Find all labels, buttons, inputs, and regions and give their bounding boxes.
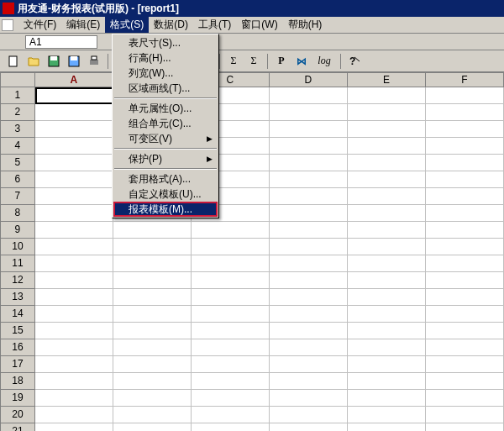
cell[interactable]: [113, 407, 192, 423]
menu-tools[interactable]: 工具(T): [193, 17, 236, 33]
cell[interactable]: [348, 255, 426, 272]
cell[interactable]: [192, 390, 270, 407]
cell[interactable]: [192, 356, 270, 373]
cell[interactable]: [270, 205, 348, 222]
cell[interactable]: [192, 239, 270, 255]
cell[interactable]: [192, 323, 270, 339]
cell[interactable]: [113, 222, 192, 239]
save-button[interactable]: [45, 53, 62, 70]
cell[interactable]: [192, 255, 270, 272]
cell[interactable]: [35, 222, 113, 239]
cell[interactable]: [426, 323, 504, 339]
cell[interactable]: [113, 323, 192, 339]
row-header[interactable]: 19: [0, 390, 35, 407]
cell[interactable]: [270, 390, 348, 407]
row-header[interactable]: 2: [0, 104, 35, 121]
row-header[interactable]: 18: [0, 373, 35, 390]
join-button[interactable]: ⋈: [293, 53, 310, 70]
menu-item[interactable]: 列宽(W)...: [113, 66, 218, 81]
cell[interactable]: [113, 356, 192, 373]
cell[interactable]: [348, 289, 426, 306]
cell[interactable]: [35, 323, 113, 339]
cell[interactable]: [35, 272, 113, 289]
row-header[interactable]: 10: [0, 239, 35, 255]
cell[interactable]: [35, 104, 113, 121]
cell[interactable]: [35, 205, 113, 222]
cell[interactable]: [348, 222, 426, 239]
cell[interactable]: [426, 255, 504, 272]
column-header[interactable]: A: [35, 72, 113, 87]
cell[interactable]: [35, 155, 113, 171]
cell[interactable]: [113, 306, 192, 323]
cell[interactable]: [192, 339, 270, 356]
cell[interactable]: [348, 188, 426, 205]
menu-data[interactable]: 数据(D): [149, 17, 193, 33]
cell[interactable]: [270, 155, 348, 171]
row-header[interactable]: 16: [0, 339, 35, 356]
column-header[interactable]: E: [348, 72, 426, 87]
cell[interactable]: [113, 289, 192, 306]
cell[interactable]: [348, 104, 426, 121]
cell[interactable]: [426, 155, 504, 171]
cell[interactable]: [35, 171, 113, 188]
menu-file[interactable]: 文件(F): [18, 17, 61, 33]
cell[interactable]: [270, 104, 348, 121]
cell[interactable]: [192, 222, 270, 239]
row-header[interactable]: 5: [0, 155, 35, 171]
row-header[interactable]: 12: [0, 272, 35, 289]
row-header[interactable]: 9: [0, 222, 35, 239]
saveas-button[interactable]: [66, 53, 82, 70]
cell[interactable]: [426, 423, 504, 431]
cell[interactable]: [348, 373, 426, 390]
cell[interactable]: [348, 323, 426, 339]
menu-item[interactable]: 保护(P)▶: [113, 151, 218, 166]
row-header[interactable]: 15: [0, 323, 35, 339]
row-header[interactable]: 21: [0, 423, 35, 431]
cell[interactable]: [426, 339, 504, 356]
new-button[interactable]: [5, 53, 22, 70]
row-header[interactable]: 4: [0, 138, 35, 155]
cell[interactable]: [348, 407, 426, 423]
log-button[interactable]: log: [313, 53, 335, 70]
cell[interactable]: [348, 356, 426, 373]
row-header[interactable]: 13: [0, 289, 35, 306]
help-button[interactable]: ?: [346, 53, 363, 70]
cell[interactable]: [270, 138, 348, 155]
cell[interactable]: [426, 138, 504, 155]
cell[interactable]: [35, 87, 113, 104]
column-header[interactable]: D: [270, 72, 348, 87]
cell[interactable]: [270, 339, 348, 356]
menu-item[interactable]: 套用格式(A)...: [113, 171, 218, 187]
cell[interactable]: [192, 289, 270, 306]
cell[interactable]: [270, 239, 348, 255]
cell[interactable]: [35, 289, 113, 306]
sum2-button[interactable]: Σ: [245, 53, 262, 70]
cell[interactable]: [348, 205, 426, 222]
cell[interactable]: [348, 339, 426, 356]
menu-help[interactable]: 帮助(H): [283, 17, 328, 33]
cell[interactable]: [192, 373, 270, 390]
cell[interactable]: [35, 188, 113, 205]
cell[interactable]: [35, 373, 113, 390]
cell[interactable]: [270, 222, 348, 239]
cell[interactable]: [35, 138, 113, 155]
cell[interactable]: [192, 423, 270, 431]
cell[interactable]: [192, 407, 270, 423]
cell[interactable]: [35, 407, 113, 423]
row-header[interactable]: 6: [0, 171, 35, 188]
document-icon[interactable]: [2, 19, 13, 31]
cell[interactable]: [270, 323, 348, 339]
menu-item[interactable]: 行高(H)...: [113, 50, 218, 66]
cell[interactable]: [270, 272, 348, 289]
cell[interactable]: [35, 255, 113, 272]
cell[interactable]: [426, 239, 504, 255]
cell[interactable]: [113, 239, 192, 255]
cell[interactable]: [270, 306, 348, 323]
menu-edit[interactable]: 编辑(E): [61, 17, 105, 33]
row-header[interactable]: 17: [0, 356, 35, 373]
cell[interactable]: [348, 138, 426, 155]
cell[interactable]: [348, 171, 426, 188]
cell[interactable]: [270, 171, 348, 188]
row-header[interactable]: 14: [0, 306, 35, 323]
cell[interactable]: [348, 121, 426, 138]
